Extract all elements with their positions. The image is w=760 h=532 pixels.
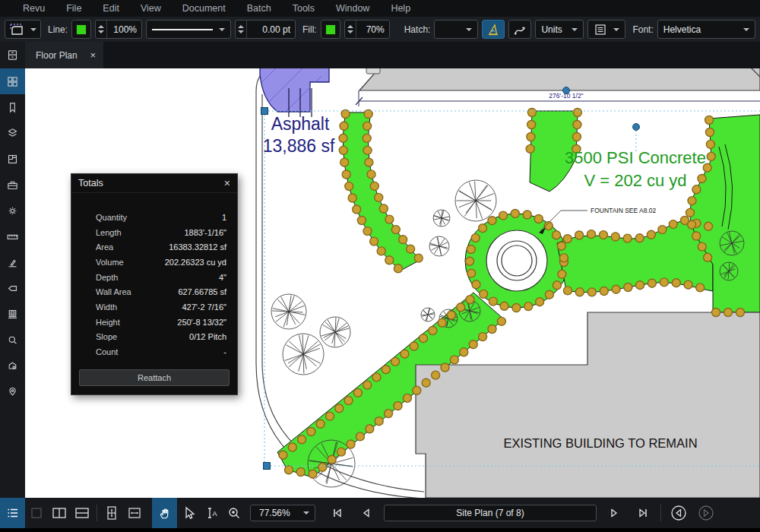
units-select[interactable]: Units	[535, 20, 584, 39]
pan-tool-button[interactable]	[152, 498, 177, 528]
font-label: Font:	[632, 24, 653, 35]
line-style-preview	[152, 29, 213, 30]
font-select[interactable]: Helvetica	[657, 20, 755, 39]
next-view-button[interactable]	[695, 502, 717, 524]
menu-item-tools[interactable]: Tools	[282, 3, 325, 14]
totals-row-area: Area16383.32812 sf	[82, 239, 226, 255]
fill-color-swatch[interactable]	[321, 20, 340, 39]
tab-floor-plan[interactable]: Floor Plan ×	[25, 42, 103, 68]
measure-tool-active-button[interactable]	[482, 20, 505, 39]
sidebar-item-bookmarks[interactable]	[0, 94, 25, 120]
svg-text:A: A	[213, 510, 217, 518]
totals-panel[interactable]: Totals × Quantity1Length1883'-1/16"Area1…	[71, 173, 238, 395]
sidebar-item-3d-model[interactable]	[0, 301, 25, 327]
select-tool-button[interactable]	[177, 502, 200, 524]
tab-close-icon[interactable]: ×	[90, 50, 96, 60]
last-page-button[interactable]	[632, 502, 654, 524]
set-square-icon	[486, 23, 500, 36]
menu-item-document[interactable]: Document	[172, 3, 236, 14]
layers-icon	[6, 127, 19, 140]
line-label: Line:	[48, 24, 68, 35]
totals-row-depth: Depth4"	[82, 270, 226, 285]
sidebar-item-tool-chest[interactable]	[0, 172, 25, 198]
text-select-tool-button[interactable]: A	[200, 502, 223, 524]
3d-model-icon	[6, 308, 19, 321]
totals-row-width: Width427'-2 7/16"	[82, 299, 226, 315]
sidebar-item-tags[interactable]	[0, 275, 25, 301]
file-access-button[interactable]	[0, 42, 25, 68]
control-point[interactable]	[563, 87, 570, 94]
menu-item-view[interactable]: View	[130, 3, 172, 14]
single-page-view-button[interactable]	[25, 502, 48, 524]
sidebar-item-spaces[interactable]	[0, 146, 25, 172]
previous-view-button[interactable]	[667, 502, 690, 524]
window-bottom-strip	[0, 528, 760, 532]
tags-icon	[6, 282, 19, 295]
fountain	[486, 230, 547, 291]
hatch-select[interactable]	[434, 20, 478, 39]
places-pin-icon	[6, 385, 19, 398]
area-measure-icon	[9, 23, 26, 36]
asphalt-label-line1[interactable]: Asphalt	[271, 114, 330, 134]
menu-item-revu[interactable]: Revu	[12, 3, 55, 14]
selection-handle[interactable]	[264, 463, 271, 470]
sidebar-item-markups-pen[interactable]	[0, 249, 25, 275]
next-page-button[interactable]	[603, 502, 625, 524]
menu-item-batch[interactable]: Batch	[236, 3, 282, 14]
control-point[interactable]	[633, 124, 640, 131]
zoom-level-select[interactable]: 77.56%	[250, 505, 315, 521]
line-opacity-stepper[interactable]: 100%	[95, 20, 142, 39]
asphalt-label-line2[interactable]: 13,886 sf	[263, 136, 335, 156]
sidebar-item-thumbnails[interactable]	[0, 68, 25, 94]
menu-item-edit[interactable]: Edit	[92, 3, 130, 14]
tool-chest-icon	[6, 179, 19, 192]
reattach-button[interactable]: Reattach	[79, 369, 230, 386]
bluebeam-revu-window: RevuFileEditViewDocumentBatchToolsWindow…	[0, 0, 760, 532]
concrete-label-line1[interactable]: 3500 PSI Concrete	[565, 148, 706, 167]
thumbnails-icon	[6, 75, 19, 88]
fit-width-button[interactable]	[123, 502, 146, 524]
markup-list-button[interactable]	[0, 498, 25, 528]
fill-opacity-stepper[interactable]: 70%	[344, 20, 390, 39]
chevron-down-icon	[30, 28, 36, 31]
line-style-select[interactable]	[146, 20, 231, 39]
polyline-curve-button[interactable]	[508, 20, 531, 39]
menu-item-file[interactable]: File	[55, 3, 92, 14]
left-panel-rail	[0, 68, 25, 498]
previous-page-button[interactable]	[355, 502, 378, 524]
svg-text:EXISTING BUILDING TO REMAIN: EXISTING BUILDING TO REMAIN	[503, 436, 697, 450]
page-navigation-box[interactable]: Site Plan (7 of 8)	[384, 505, 597, 521]
totals-close-icon[interactable]: ×	[224, 178, 230, 188]
curve-icon	[513, 23, 527, 36]
bookmarks-icon	[6, 101, 19, 114]
dimension-276[interactable]: 276'-10 1/2"	[356, 90, 760, 106]
zoom-tool-button[interactable]	[223, 502, 245, 524]
totals-panel-header[interactable]: Totals ×	[71, 174, 237, 193]
menu-item-window[interactable]: Window	[325, 3, 380, 14]
hatch-label: Hatch:	[404, 24, 431, 35]
sidebar-item-measurements-ruler[interactable]	[0, 223, 25, 249]
fit-page-button[interactable]	[100, 502, 123, 524]
sidebar-item-search[interactable]	[0, 327, 25, 353]
sidebar-item-settings-gear[interactable]	[0, 198, 25, 223]
totals-row-quantity: Quantity1	[82, 210, 226, 225]
fill-label: Fill:	[302, 24, 317, 35]
text-align-icon	[594, 24, 607, 36]
totals-rows: Quantity1Length1883'-1/16"Area16383.3281…	[71, 193, 237, 359]
totals-row-slope: Slope0/12 Pitch	[82, 330, 226, 345]
menu-item-help[interactable]: Help	[380, 3, 421, 14]
drawing-canvas[interactable]: 276'-10 1/2"	[25, 68, 760, 498]
sidebar-item-studio-house[interactable]	[0, 353, 25, 378]
line-color-swatch[interactable]	[71, 20, 91, 39]
concrete-label-line2[interactable]: V = 202 cu yd	[584, 171, 686, 190]
split-vertical-button[interactable]	[48, 502, 71, 524]
sidebar-item-places-pin[interactable]	[0, 378, 25, 404]
area-measurement-tool-button[interactable]	[5, 20, 41, 39]
first-page-button[interactable]	[326, 502, 349, 524]
split-horizontal-button[interactable]	[71, 502, 93, 524]
sidebar-item-layers[interactable]	[0, 120, 25, 146]
text-align-select[interactable]	[587, 20, 625, 39]
selection-handle[interactable]	[261, 108, 268, 115]
stroke-width-stepper[interactable]: 0.00 pt	[235, 20, 296, 39]
file-cabinet-icon	[6, 49, 19, 62]
